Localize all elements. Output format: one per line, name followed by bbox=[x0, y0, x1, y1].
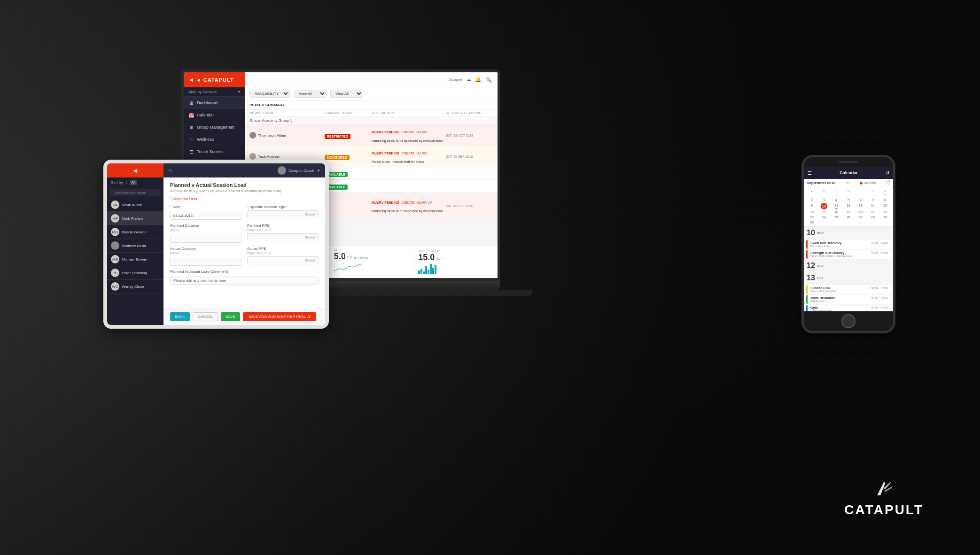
form-subtitle: A measure of a player's perceived load f… bbox=[170, 189, 319, 193]
avatar: MF bbox=[111, 214, 119, 223]
team-indicator: All team bbox=[860, 181, 876, 185]
support-label: Support bbox=[449, 77, 462, 82]
today-marker[interactable]: 10 bbox=[821, 203, 827, 209]
comments-input[interactable] bbox=[170, 277, 319, 285]
home-button[interactable] bbox=[841, 314, 856, 328]
planned-rpe-label: Planned RPE Borg Scale 1-10 bbox=[247, 224, 319, 232]
create-injury-link[interactable]: CREATE INJURY bbox=[402, 131, 428, 134]
group-label: Group: Academy Group 1 bbox=[245, 116, 498, 125]
create-injury-link-2[interactable]: CREATE INJURY 🔗 bbox=[402, 201, 433, 204]
refresh-icon[interactable]: ↺ bbox=[886, 170, 889, 176]
view-all-filter-1[interactable]: View All bbox=[294, 90, 327, 98]
back-icon[interactable]: ◄ bbox=[132, 167, 139, 174]
events-list: 10 MON Swim and Recovery Richmond Pool 0… bbox=[804, 227, 893, 311]
edit-icon[interactable]: ✏ bbox=[846, 181, 849, 185]
user-avatar bbox=[278, 166, 286, 175]
required-note: * Required Field bbox=[170, 197, 319, 201]
yirt1-value: 15.0 bbox=[418, 253, 435, 262]
rpe-value: 5.0 bbox=[334, 252, 346, 262]
cloud-icon[interactable]: ☁ bbox=[466, 77, 471, 83]
list-item[interactable]: PC Peter Crodding bbox=[107, 266, 163, 280]
tablet-header: ⌂ Catapult Coach ▼ bbox=[163, 163, 325, 177]
actual-duration-input[interactable] bbox=[170, 258, 241, 266]
event-item[interactable]: Swim and Recovery Richmond Pool 09:00 - … bbox=[806, 240, 891, 249]
notification-icon[interactable]: 🔔 bbox=[475, 77, 482, 83]
phone-title: Calendar bbox=[840, 170, 858, 175]
avatar: MG bbox=[111, 228, 119, 236]
rpe-label: RPE bbox=[334, 248, 409, 252]
avatar bbox=[249, 153, 256, 160]
back-button[interactable]: BACK bbox=[170, 312, 190, 321]
player-name: Mark French bbox=[122, 216, 143, 221]
sort-all-button[interactable]: All bbox=[130, 180, 138, 185]
menu-icon[interactable]: ☰ bbox=[808, 170, 812, 176]
status-badge: RESTRICTED bbox=[325, 134, 350, 139]
list-item[interactable]: MG Mason George bbox=[107, 225, 163, 239]
cancel-button[interactable]: CANCEL bbox=[193, 312, 218, 321]
sidebar-item-touchscreen[interactable]: ☰ Touch Screen bbox=[184, 146, 245, 158]
avatar: MB bbox=[111, 255, 119, 263]
list-item[interactable]: MB Michael Bowan bbox=[107, 253, 163, 266]
list-item[interactable]: WC Wendy Close bbox=[107, 280, 163, 293]
wellness-icon: ♡ bbox=[188, 137, 194, 142]
sort-label: Sort by: bbox=[111, 180, 124, 185]
event-item[interactable]: Sunrise Run Start at Park St gate 05:00 … bbox=[806, 285, 891, 294]
catapult-logo-text: CATAPULT bbox=[844, 502, 924, 517]
avatar: KA bbox=[111, 200, 119, 209]
rpe-sparkline bbox=[334, 262, 362, 273]
save-button[interactable]: SAVE bbox=[221, 312, 240, 321]
member-search-input[interactable] bbox=[110, 189, 161, 196]
search-icon[interactable]: 🔍 bbox=[485, 77, 492, 83]
filter-bar: AVAILABILITY View All View All bbox=[245, 87, 498, 100]
list-item[interactable]: MF Mark French bbox=[107, 212, 163, 225]
save-add-button[interactable]: SAVE AND ADD ANOTHER RESULT bbox=[243, 312, 316, 321]
sort-numbers-icon[interactable]: ↕ bbox=[126, 180, 128, 185]
filter-icon[interactable]: ▽ bbox=[887, 180, 890, 185]
session-type-select[interactable]: Select bbox=[247, 210, 319, 218]
date-header: 13 THU bbox=[804, 272, 893, 284]
sidebar-item-calendar[interactable]: 📅 Calendar bbox=[184, 109, 245, 121]
event-item[interactable]: Strength and Stability West North corner… bbox=[806, 250, 891, 259]
planned-duration-label: Planned Duration (Mins) bbox=[170, 224, 241, 232]
sidebar-item-dashboard[interactable]: ⊞ Dashboard bbox=[184, 97, 245, 109]
dropdown-icon[interactable]: ▼ bbox=[317, 169, 320, 173]
catapult-logo: CATAPULT bbox=[844, 479, 924, 517]
list-item[interactable]: Matthew Dodd bbox=[107, 239, 163, 253]
calendar-days: 1 2 3 4 5 6 7 8 9 10 11 12 bbox=[806, 193, 891, 225]
availability-filter[interactable]: AVAILABILITY bbox=[249, 90, 290, 98]
rpe-unit: /10 bbox=[347, 255, 353, 260]
home-icon[interactable]: ⌂ bbox=[168, 167, 171, 174]
date-input[interactable] bbox=[170, 212, 241, 220]
yirt1-bars bbox=[418, 262, 493, 274]
sidebar-item-group-management[interactable]: ⚙ Group Management bbox=[184, 121, 245, 133]
user-name: Catapult Coach bbox=[288, 169, 314, 173]
planned-rpe-select[interactable]: Select bbox=[247, 233, 319, 241]
planned-duration-input[interactable] bbox=[170, 235, 241, 243]
date-session-row: Date Specific Session Type Select bbox=[170, 205, 319, 220]
sort-bar: Sort by: ↕ All bbox=[107, 177, 163, 187]
sidebar-item-wellness[interactable]: ♡ Wellness bbox=[184, 133, 245, 146]
actual-rpe-group: Actual RPE Borg Scale 1-10 Select bbox=[247, 247, 319, 266]
actual-rpe-label: Actual RPE Borg Scale 1-10 bbox=[247, 247, 319, 255]
list-item[interactable]: KA Kevin Austin bbox=[107, 198, 163, 212]
avatar bbox=[111, 241, 119, 250]
view-all-filter-2[interactable]: View All bbox=[330, 90, 363, 98]
actual-row: Actual Duration (Mins) Actual RPE Borg S… bbox=[170, 247, 319, 266]
session-type-label: Specific Session Type bbox=[247, 205, 319, 209]
sidebar-ams-label: AMS by Catapult ▾ bbox=[184, 87, 245, 97]
event-item[interactable]: Team Breakfast Smith cafe 07:00 - 08:30 bbox=[806, 295, 891, 304]
mini-calendar: S M T W T F S 1 bbox=[804, 187, 893, 227]
player-name: Mason George bbox=[122, 230, 147, 234]
dashboard-icon: ⊞ bbox=[188, 100, 194, 106]
phone-screen: ☰ Calendar ↺ September 2018 ✏ All team ▽… bbox=[804, 167, 893, 311]
phone-frame: ☰ Calendar ↺ September 2018 ✏ All team ▽… bbox=[801, 155, 895, 333]
actual-duration-label: Actual Duration (Mins) bbox=[170, 247, 241, 255]
form-buttons: BACK CANCEL SAVE SAVE AND ADD ANOTHER RE… bbox=[163, 308, 325, 325]
actual-rpe-select[interactable]: Select bbox=[247, 256, 319, 264]
player-name: Wendy Close bbox=[122, 285, 144, 289]
event-item[interactable]: Gym Rehab group only 09:00 - 11:00 bbox=[806, 305, 891, 311]
phone-notch bbox=[804, 157, 893, 167]
actual-duration-group: Actual Duration (Mins) bbox=[170, 247, 241, 266]
create-injury-link[interactable]: CREATE INJURY bbox=[402, 152, 428, 155]
group-icon: ⚙ bbox=[188, 124, 194, 130]
